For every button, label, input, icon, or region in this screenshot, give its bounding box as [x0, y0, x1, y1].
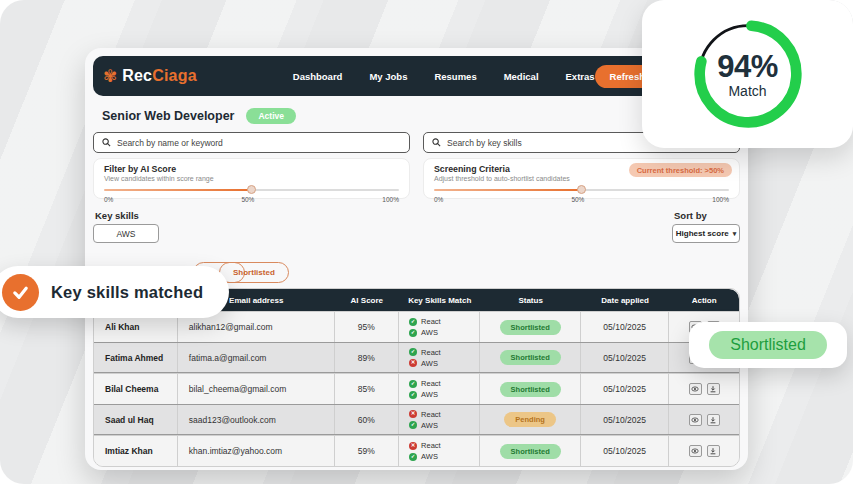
- ai-score-slider[interactable]: [104, 185, 399, 194]
- search-row: [93, 132, 740, 153]
- app-title: RecCiaga: [122, 67, 197, 85]
- key-skills-chips: AWS: [93, 224, 159, 243]
- candidate-ai-score: 89%: [335, 343, 400, 372]
- sort-by-label: Sort by: [674, 210, 707, 221]
- search-icon: [432, 138, 441, 147]
- candidate-email: fatima.a@gmail.com: [178, 343, 335, 372]
- check-icon: ✓: [409, 391, 417, 399]
- candidate-ai-score: 85%: [335, 374, 400, 404]
- slider-min-label: 0%: [104, 196, 113, 203]
- skill-label: AWS: [421, 421, 438, 430]
- candidate-date-applied: 05/10/2025: [581, 436, 669, 466]
- slider-mid-label: 50%: [571, 196, 584, 203]
- search-icon: [102, 138, 111, 147]
- candidate-ai-score: 59%: [335, 436, 400, 466]
- check-icon: ✓: [409, 318, 417, 326]
- skill-react: ✓React: [409, 348, 441, 357]
- skill-label: AWS: [421, 359, 438, 368]
- nav-item-dashboard[interactable]: Dashboard: [293, 71, 343, 82]
- candidate-email: bilal_cheema@gmail.com: [178, 374, 335, 404]
- skill-aws: ✓AWS: [409, 421, 438, 430]
- header-cell-date-applied: Date applied: [581, 289, 669, 311]
- candidate-row-imtiaz-khan[interactable]: Imtiaz Khankhan.imtiaz@yahoo.com59%✕Reac…: [94, 435, 739, 466]
- match-text: 94% Match: [690, 16, 806, 132]
- candidate-row-fatima-ahmed[interactable]: Fatima Ahmedfatima.a@gmail.com89%✓React✕…: [94, 342, 739, 373]
- match-percent: 94%: [717, 49, 778, 85]
- nav-menu: DashboardMy JobsResumesMedicalExtras: [293, 71, 595, 82]
- candidate-skills-match: ✓React✕AWS: [399, 343, 480, 372]
- nav-item-extras[interactable]: Extras: [566, 71, 595, 82]
- match-score-card: 94% Match: [642, 0, 853, 148]
- skill-label: React: [421, 379, 441, 388]
- skill-label: AWS: [421, 390, 438, 399]
- skill-label: AWS: [421, 328, 438, 337]
- cross-icon: ✕: [409, 410, 417, 418]
- candidate-email: saad123@outlook.com: [178, 405, 335, 434]
- name-search-box: [93, 132, 410, 153]
- skill-aws: ✓AWS: [409, 390, 438, 399]
- status-badge: Shortlisted: [500, 320, 561, 335]
- candidate-status: Shortlisted: [480, 436, 581, 466]
- header-cell-ai-score: AI Score: [335, 289, 400, 311]
- threshold-badge: Current threshold: >50%: [629, 163, 732, 177]
- view-candidate-button[interactable]: [689, 414, 702, 426]
- search-name-input[interactable]: [117, 138, 401, 148]
- ai-score-filter-panel: Filter by AI Score View candidates withi…: [93, 158, 410, 199]
- panel-subtitle: View candidates within score range: [104, 175, 399, 182]
- skill-label: React: [421, 410, 441, 419]
- check-circle-icon: [2, 274, 39, 311]
- screening-slider[interactable]: [434, 185, 729, 194]
- sort-dropdown[interactable]: Highest score ▾: [672, 224, 740, 243]
- candidate-name: Imtiaz Khan: [94, 436, 178, 466]
- cross-icon: ✕: [409, 359, 417, 367]
- candidate-name: Bilal Cheema: [94, 374, 178, 404]
- candidate-date-applied: 05/10/2025: [581, 343, 669, 372]
- slider-min-label: 0%: [434, 196, 443, 203]
- nav-item-medical[interactable]: Medical: [504, 71, 539, 82]
- slider-labels: 0% 50% 100%: [434, 196, 729, 203]
- job-status-badge: Active: [246, 108, 296, 124]
- slider-thumb[interactable]: [247, 185, 256, 194]
- skill-label: AWS: [421, 452, 438, 461]
- candidate-status: Shortlisted: [480, 343, 581, 372]
- slider-max-label: 100%: [712, 196, 729, 203]
- key-skills-label: Key skills: [95, 210, 139, 221]
- skill-react: ✕React: [409, 441, 441, 450]
- skill-aws: ✓AWS: [409, 452, 438, 461]
- candidate-status: Pending: [480, 405, 581, 434]
- candidate-row-saad-ul-haq[interactable]: Saad ul Haqsaad123@outlook.com60%✕React✓…: [94, 404, 739, 435]
- status-badge: Shortlisted: [500, 382, 561, 397]
- download-resume-button[interactable]: [707, 414, 720, 426]
- page-background: ✾ RecCiaga DashboardMy JobsResumesMedica…: [0, 0, 853, 484]
- panel-title: Filter by AI Score: [104, 164, 399, 174]
- key-skill-chip-aws[interactable]: AWS: [93, 224, 159, 243]
- view-candidate-button[interactable]: [689, 383, 702, 395]
- nav-item-my-jobs[interactable]: My Jobs: [369, 71, 407, 82]
- skill-label: React: [421, 348, 441, 357]
- table-body: Ali Khanalikhan12@gmail.com95%✓React✓AWS…: [94, 311, 739, 466]
- nav-item-resumes[interactable]: Resumes: [434, 71, 476, 82]
- candidate-name: Saad ul Haq: [94, 405, 178, 434]
- header-cell-action: Action: [669, 289, 739, 311]
- candidate-date-applied: 05/10/2025: [581, 405, 669, 434]
- candidate-skills-match: ✓React✓AWS: [399, 312, 480, 342]
- candidate-ai-score: 95%: [335, 312, 400, 342]
- skill-react: ✓React: [409, 379, 441, 388]
- download-resume-button[interactable]: [707, 383, 720, 395]
- check-icon: ✓: [409, 329, 417, 337]
- candidate-skills-match: ✕React✓AWS: [399, 436, 480, 466]
- check-icon: ✓: [409, 380, 417, 388]
- job-title: Senior Web Developer: [102, 109, 234, 123]
- candidate-row-bilal-cheema[interactable]: Bilal Cheemabilal_cheema@gmail.com85%✓Re…: [94, 373, 739, 404]
- filter-row: Filter by AI Score View candidates withi…: [93, 158, 740, 199]
- job-header: Senior Web Developer Active: [102, 108, 296, 124]
- status-chip-shortlisted[interactable]: Shortlisted: [219, 262, 289, 283]
- app-logo[interactable]: ✾ RecCiaga: [103, 67, 197, 85]
- download-resume-button[interactable]: [707, 445, 720, 457]
- slider-thumb[interactable]: [577, 185, 586, 194]
- candidate-skills-match: ✓React✓AWS: [399, 374, 480, 404]
- check-icon: ✓: [409, 453, 417, 461]
- candidate-actions: [669, 436, 739, 466]
- candidate-date-applied: 05/10/2025: [581, 374, 669, 404]
- view-candidate-button[interactable]: [689, 445, 702, 457]
